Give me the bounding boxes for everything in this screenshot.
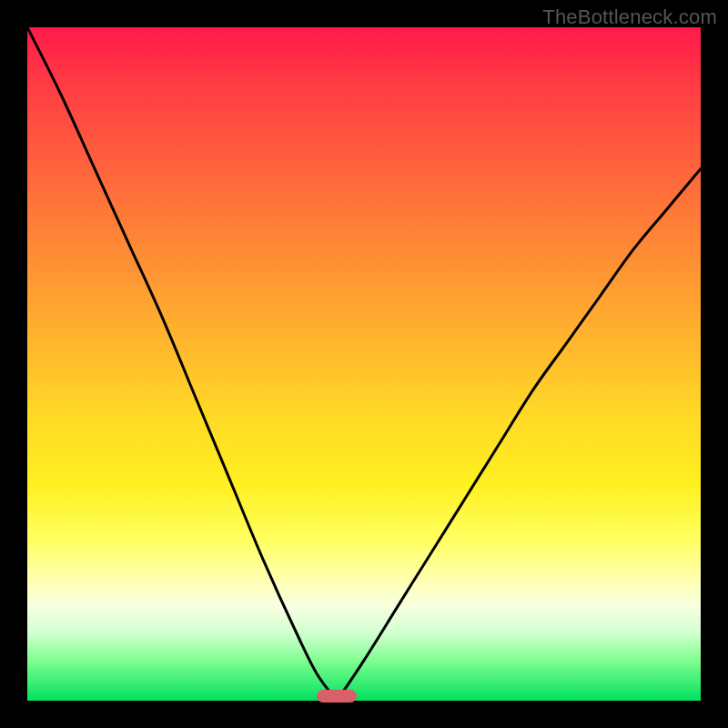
optimal-range-marker [317,690,357,703]
curve-right-branch [337,168,701,701]
chart-frame [27,27,701,701]
bottleneck-curves [27,27,701,701]
curve-left-branch [27,27,337,701]
watermark-text: TheBottleneck.com [542,5,717,29]
